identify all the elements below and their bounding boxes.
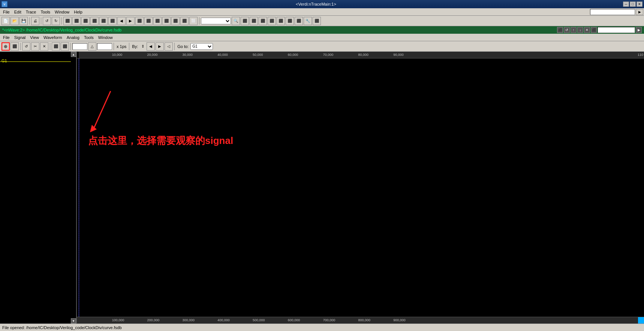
tb-search-go[interactable]: 🔍 [232, 17, 240, 25]
prev-event-button[interactable]: ◀ [147, 42, 155, 51]
nwave-tb-btn-7[interactable]: ⬛ [61, 42, 69, 51]
nwave-menu-tools[interactable]: Tools [82, 34, 96, 40]
ruler-start [77, 52, 79, 58]
nwave-menu-window[interactable]: Window [96, 34, 115, 40]
menu-help[interactable]: Help [72, 9, 85, 15]
app-icon: V [1, 1, 9, 7]
time-ruler-top: 10,000 20,000 30,000 40,000 50,000 60,00… [77, 52, 644, 58]
minimize-button[interactable]: ─ [623, 1, 629, 7]
tb-btn-1[interactable]: ⬛ [63, 17, 72, 25]
nwave-undo[interactable]: ↺ [22, 42, 30, 51]
signal-panel: ▲ G1 ▼ [0, 52, 77, 324]
toolbar-sep-2 [41, 17, 41, 25]
cursor-position-input[interactable]: 0 [72, 43, 87, 50]
tb-btn-24[interactable]: ⬛ [313, 17, 321, 25]
nwave-tb-btn-arrow-up[interactable]: △ [88, 42, 96, 51]
filepath-search-btn[interactable]: ▶ [636, 27, 642, 33]
new-button[interactable]: 📄 [1, 17, 10, 25]
filepath-btn-4[interactable]: ↓ [577, 27, 583, 33]
tb-btn-23[interactable]: 🔧 [304, 17, 312, 25]
add-signal-button[interactable]: ⊕ [1, 42, 10, 51]
open-button[interactable]: 📂 [10, 17, 19, 25]
btick-600k: 600,000 [288, 318, 300, 322]
btick-800k: 800,000 [358, 318, 370, 322]
tb-btn-14[interactable]: ⬛ [180, 17, 189, 25]
tb-btn-15[interactable]: ⬜ [189, 17, 198, 25]
bottom-ruler-endmark [638, 317, 644, 324]
delta-input[interactable]: 0 [97, 43, 112, 50]
top-search-button[interactable]: ▶ [636, 9, 643, 15]
save-button[interactable]: 💾 [19, 17, 28, 25]
menu-window[interactable]: Window [52, 9, 72, 15]
tb-btn-7[interactable]: ◀ [117, 17, 126, 25]
tb-btn-4[interactable]: ⬛ [90, 17, 99, 25]
prev-cursor-button[interactable]: ◁ [165, 42, 173, 51]
filepath-bar: *<nWave:2> /home/IC/Desktop/Verilog_code… [0, 26, 644, 34]
nwave-menu-analog[interactable]: Analog [64, 34, 82, 40]
verdi-icon: V [1, 1, 7, 7]
tick-40k: 40,000 [217, 53, 228, 57]
status-bar: File opened: /home/IC/Desktop/Verilog_co… [0, 324, 644, 331]
close-button[interactable]: ✕ [637, 1, 643, 7]
print-button[interactable]: 🖨 [31, 17, 39, 25]
tb-btn-13[interactable]: ⬛ [171, 17, 180, 25]
tb-btn-11[interactable]: ⬛ [153, 17, 162, 25]
undo-button[interactable]: ↺ [43, 17, 51, 25]
filepath-btn-3[interactable]: ↑ [571, 27, 577, 33]
tb-btn-8[interactable]: ▶ [126, 17, 135, 25]
nwave-cut[interactable]: ✂ [31, 42, 39, 51]
nwave-delete[interactable]: ✕ [40, 42, 48, 51]
nwave-menu-waveform[interactable]: Waveform [41, 34, 64, 40]
tb-dropdown-1[interactable] [201, 18, 231, 24]
filepath-search[interactable] [598, 27, 635, 33]
menu-file[interactable]: File [1, 9, 12, 15]
tb-btn-6[interactable]: ⬛ [108, 17, 117, 25]
nwave-menu-signal[interactable]: Signal [12, 34, 28, 40]
signal-scroll-up[interactable]: ▲ [71, 52, 76, 57]
tick-60k: 60,000 [288, 53, 298, 57]
nwave-menu-view[interactable]: View [28, 34, 41, 40]
filepath-btn-2[interactable]: ↺ [564, 27, 570, 33]
tb-btn-16[interactable]: ⬛ [241, 17, 249, 25]
by-direction-icon: ⇕ [140, 43, 146, 49]
tb-btn-19[interactable]: ⬛ [268, 17, 276, 25]
nwave-sep-6 [174, 43, 175, 50]
filepath-btn-1[interactable]: ⬛ [557, 27, 563, 33]
nwave-menu-file[interactable]: File [1, 34, 12, 40]
menu-edit[interactable]: Edit [12, 9, 24, 15]
btick-200k: 200,000 [147, 318, 160, 322]
nwave-tb-btn-6[interactable]: ⬛ [52, 42, 60, 51]
toolbar-sep-1 [29, 17, 30, 25]
signal-scroll-down[interactable]: ▼ [71, 318, 76, 324]
tb-btn-10[interactable]: ⬛ [144, 17, 153, 25]
tb-btn-17[interactable]: ⬛ [250, 17, 258, 25]
filepath-btn-6[interactable]: ⬛ [591, 27, 597, 33]
top-search-input[interactable] [590, 9, 635, 15]
nwave-tb-btn-2[interactable]: ⬛ [10, 42, 19, 51]
nwave-sep-2 [50, 43, 50, 50]
tick-30k: 30,000 [182, 53, 193, 57]
tb-btn-21[interactable]: ⬛ [286, 17, 294, 25]
tb-btn-12[interactable]: ⬛ [162, 17, 171, 25]
tick-20k: 20,000 [147, 53, 158, 57]
tb-btn-22[interactable]: ⬛ [295, 17, 303, 25]
waveform-canvas[interactable] [77, 58, 644, 317]
menu-trace[interactable]: Trace [24, 9, 39, 15]
tick-90k: 90,000 [393, 53, 404, 57]
window-controls: ─ □ ✕ [623, 1, 643, 7]
tb-btn-18[interactable]: ⬛ [259, 17, 267, 25]
filepath-btn-5[interactable]: ✕ [584, 27, 590, 33]
toolbar-sep-4 [199, 17, 199, 25]
tb-btn-5[interactable]: ⬛ [99, 17, 108, 25]
tb-btn-3[interactable]: ⬛ [81, 17, 90, 25]
goto-dropdown[interactable]: G1 [190, 43, 213, 50]
tb-btn-2[interactable]: ⬛ [72, 17, 81, 25]
btick-900k: 900,000 [393, 318, 406, 322]
tb-btn-20[interactable]: ⬛ [277, 17, 285, 25]
tick-50k: 50,000 [253, 53, 263, 57]
maximize-button[interactable]: □ [630, 1, 636, 7]
tb-btn-9[interactable]: ⬛ [135, 17, 144, 25]
menu-tools[interactable]: Tools [38, 9, 52, 15]
next-event-button[interactable]: ▶ [156, 42, 164, 51]
redo-button[interactable]: ↻ [52, 17, 60, 25]
